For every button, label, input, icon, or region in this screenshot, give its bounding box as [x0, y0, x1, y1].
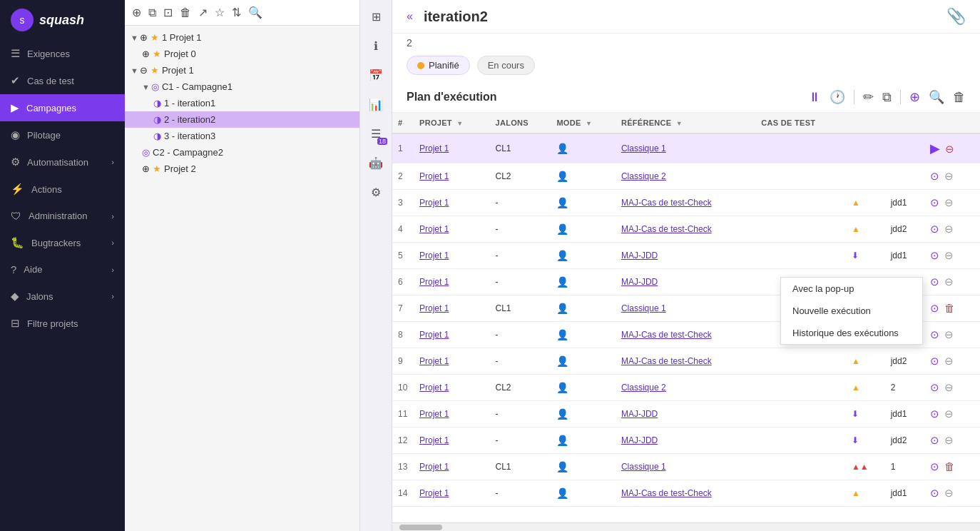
row-actions: ⊙ ⊖ — [923, 428, 980, 454]
sidebar-item-bugtrackers[interactable]: 🐛 Bugtrackers › — [0, 229, 125, 256]
delete-icon[interactable]: 🗑 — [180, 6, 191, 19]
tree-item-projet0[interactable]: ⊕ ★ Projet 0 — [125, 46, 359, 62]
delete-button[interactable]: 🗑 — [943, 459, 956, 474]
row-cas — [755, 243, 846, 269]
row-ref: MAJ-Cas de test-Check — [616, 480, 755, 507]
run-button[interactable]: ⊙ — [929, 406, 941, 422]
run-button[interactable]: ⊙ — [929, 274, 941, 290]
minus-button[interactable]: ⊖ — [943, 433, 955, 448]
sidebar-item-exigences[interactable]: ☰ Exigences — [0, 40, 125, 67]
minus-button[interactable]: ⊖ — [943, 485, 955, 501]
sidebar-item-campagnes[interactable]: ▶ Campagnes — [0, 94, 125, 121]
sidebar-item-filtre-projets[interactable]: ⊟ Filtre projets — [0, 310, 125, 337]
col-mode[interactable]: MODE ▼ — [551, 113, 616, 133]
run-button[interactable]: ⊙ — [929, 380, 941, 395]
col-projet[interactable]: PROJET ▼ — [414, 113, 490, 133]
robot-icon[interactable]: 🤖 — [363, 150, 389, 176]
iteration-number: 2 — [392, 34, 980, 52]
minus-button[interactable]: ⊖ — [943, 380, 955, 395]
copy2-icon[interactable]: ⧉ — [882, 90, 892, 105]
tree-item-iteration3[interactable]: ◑ 3 - iteration3 — [125, 128, 359, 144]
sidebar-item-cas-de-test[interactable]: ✔ Cas de test — [0, 67, 125, 94]
run-button[interactable]: ⊙ — [929, 433, 941, 448]
minus-button[interactable]: ⊖ — [943, 274, 955, 290]
sidebar-item-actions[interactable]: ⚡ Actions — [0, 176, 125, 203]
star-icon: ★ — [153, 49, 161, 59]
search2-icon[interactable]: 🔍 — [929, 89, 944, 105]
calendar-icon[interactable]: 📅 — [363, 62, 389, 88]
tree-item-iteration1[interactable]: ◑ 1 - iteration1 — [125, 95, 359, 111]
menu-nouvelle-exec[interactable]: Nouvelle exécution — [781, 300, 922, 322]
tree-item-campagne2[interactable]: ◎ C2 - Campagne2 — [125, 144, 359, 161]
pause-icon[interactable]: ⏸ — [808, 90, 821, 105]
list-icon[interactable]: ☰ 18 — [363, 121, 389, 146]
sidebar-item-administration[interactable]: 🛡 Administration › — [0, 203, 125, 229]
run-button[interactable]: ⊙ — [929, 221, 941, 237]
status-planifie[interactable]: Planifié — [407, 56, 470, 75]
run-button[interactable]: ⊙ — [929, 300, 941, 316]
add-exec-icon[interactable]: ⊕ — [909, 89, 920, 105]
tree-item-projet1[interactable]: ▼ ⊖ ★ Projet 1 — [125, 62, 359, 79]
run-button[interactable]: ⊙ — [929, 168, 941, 184]
tree-item-campagne1[interactable]: ▼ ◎ C1 - Campagne1 — [125, 79, 359, 95]
chart-icon[interactable]: 📊 — [363, 91, 389, 117]
col-jdd — [885, 113, 923, 133]
row-priority: ▲ — [846, 375, 885, 401]
run-button[interactable]: ⊙ — [929, 327, 941, 343]
bug-icon[interactable]: ⚙ — [363, 179, 389, 205]
row-mode: 👤 — [551, 348, 616, 375]
row-ref: MAJ-JDD — [616, 243, 755, 269]
run-button[interactable]: ⊙ — [929, 459, 941, 475]
minus-button[interactable]: ⊖ — [943, 353, 955, 369]
iter-icon: ◑ — [153, 98, 161, 108]
col-jalons[interactable]: JALONS — [490, 113, 551, 133]
paste-icon[interactable]: ⊡ — [163, 6, 173, 19]
run-button[interactable]: ⊙ — [929, 485, 941, 501]
minus-button[interactable]: ⊖ — [943, 168, 955, 184]
minus-button[interactable]: ⊖ — [943, 221, 955, 237]
minus-button[interactable]: ⊖ — [943, 406, 955, 422]
tree-item-projet2[interactable]: ⊕ ★ Projet 2 — [125, 161, 359, 177]
horizontal-scrollbar[interactable] — [392, 522, 980, 531]
tree-item-iteration2[interactable]: ◑ 2 - iteration2 — [125, 111, 359, 128]
scrollbar-thumb[interactable] — [399, 525, 442, 530]
menu-avec-popup[interactable]: Avec la pop-up — [781, 278, 922, 300]
search-icon[interactable]: 🔍 — [248, 6, 262, 19]
run-button[interactable]: ▶ — [929, 139, 941, 158]
grid-view-icon[interactable]: ⊞ — [363, 4, 389, 29]
history-icon[interactable]: 🕐 — [830, 89, 845, 105]
trash-icon[interactable]: 🗑 — [953, 90, 966, 105]
attach-icon[interactable]: 📎 — [946, 7, 966, 26]
sidebar-item-aide[interactable]: ? Aide › — [0, 256, 125, 283]
menu-historique[interactable]: Historique des exécutions — [781, 322, 922, 344]
sort-icon[interactable]: ⇅ — [232, 6, 241, 19]
col-ref[interactable]: RÉFÉRENCE ▼ — [616, 113, 755, 133]
tree-item-projet1-fav[interactable]: ▼ ⊕ ★ 1 Projet 1 — [125, 29, 359, 46]
sidebar-item-pilotage[interactable]: ◉ Pilotage — [0, 121, 125, 148]
sidebar-item-automatisation[interactable]: ⚙ Automatisation › — [0, 148, 125, 176]
sidebar-item-jalons[interactable]: ◆ Jalons › — [0, 283, 125, 310]
info-icon[interactable]: ℹ — [363, 33, 389, 59]
row-num: 1 — [392, 133, 414, 163]
minus-button[interactable]: ⊖ — [943, 327, 955, 343]
minus-button[interactable]: ⊖ — [944, 141, 956, 157]
row-mode: 👤 — [551, 322, 616, 348]
run-button[interactable]: ⊙ — [929, 195, 941, 211]
add-icon[interactable]: ⊕ — [132, 6, 141, 19]
status-en-cours[interactable]: En cours — [477, 56, 535, 75]
run-button[interactable]: ⊙ — [929, 248, 941, 263]
delete-button[interactable]: 🗑 — [943, 300, 956, 315]
collapse-button[interactable]: « — [407, 10, 413, 23]
table-row: 1 Projet 1 CL1 👤 Classique 1 ▶ ⊖ — [392, 133, 980, 163]
copy-icon[interactable]: ⧉ — [148, 6, 156, 19]
star-icon[interactable]: ☆ — [215, 6, 225, 19]
row-projet: Projet 1 — [414, 243, 490, 269]
run-button[interactable]: ⊙ — [929, 353, 941, 369]
export-icon[interactable]: ↗ — [198, 6, 208, 19]
list-badge: 18 — [377, 138, 387, 145]
edit-icon[interactable]: ✏ — [863, 89, 874, 105]
minus-button[interactable]: ⊖ — [943, 195, 955, 211]
row-jalons: CL1 — [490, 295, 551, 322]
col-cas[interactable]: CAS DE TEST — [755, 113, 846, 133]
minus-button[interactable]: ⊖ — [943, 248, 955, 263]
